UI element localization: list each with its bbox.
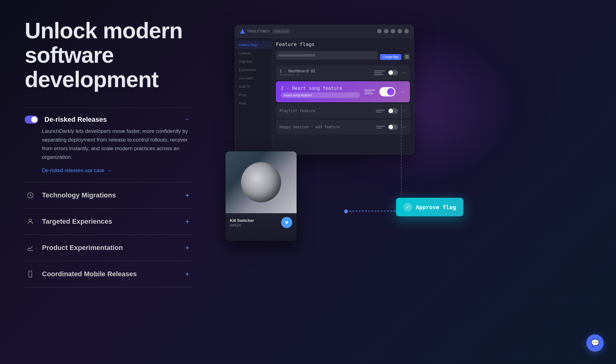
accordion-header-left-product: Product Experimentation bbox=[25, 242, 123, 253]
flag-dot-3a bbox=[376, 110, 385, 111]
svg-rect-5 bbox=[405, 55, 409, 56]
flag-dot-4b bbox=[376, 128, 382, 129]
flag-name-heart-song: 2 - Heart song feature bbox=[281, 86, 360, 91]
accordion-header-left-targeted: Targeted Experiences bbox=[25, 216, 112, 227]
accordion-item-de-risked: De-risked Releases − LaunchDarkly lets d… bbox=[25, 108, 192, 182]
panel-main: Feature flags Create flag bbox=[272, 38, 414, 153]
panel-icon-bell bbox=[377, 29, 382, 33]
flag-dots-3 bbox=[376, 110, 385, 112]
panel-env: saas-local bbox=[272, 29, 290, 34]
flag-dot-line-1c bbox=[374, 74, 383, 75]
sidebar-item-live[interactable]: Live watch bbox=[235, 74, 272, 83]
flag-toggle-playlist[interactable] bbox=[388, 108, 398, 114]
flag-more-1[interactable]: ··· bbox=[402, 70, 406, 75]
accordion-description: LaunchDarkly lets developers move faster… bbox=[42, 127, 192, 162]
flag-toggle-dashboard[interactable] bbox=[388, 70, 398, 75]
panel-logo-icon bbox=[240, 29, 245, 34]
de-risked-toggle-icon bbox=[25, 116, 38, 124]
accordion-toggle-targeted[interactable]: + bbox=[183, 217, 192, 226]
flag-toggle-happy[interactable] bbox=[388, 124, 398, 130]
flag-label-col-hs: 2 - Heart song feature heart-song-featur… bbox=[281, 86, 360, 98]
accordion-header-left-tech: Technology Migrations bbox=[25, 190, 116, 201]
accordion: De-risked Releases − LaunchDarkly lets d… bbox=[25, 108, 192, 287]
panel-logo: TOGGLETUNES bbox=[240, 29, 269, 34]
panel-icon-grid bbox=[398, 29, 402, 33]
sidebar-item-analy[interactable]: Analy... bbox=[235, 99, 272, 108]
accordion-title-tech-migrations: Technology Migrations bbox=[42, 191, 116, 199]
left-panel: Unlock modern software development De-ri… bbox=[0, 0, 216, 364]
sidebar-item-contexts[interactable]: Contexts bbox=[235, 49, 272, 57]
page-container: Unlock modern software development De-ri… bbox=[0, 0, 616, 364]
chat-icon: 💬 bbox=[591, 339, 599, 347]
flag-more-3[interactable]: ··· bbox=[402, 108, 406, 114]
user-icon bbox=[25, 216, 36, 227]
flag-label-col: 1 - Dashboard UI dashboard-ui bbox=[280, 69, 371, 76]
filter-icon[interactable] bbox=[404, 54, 410, 60]
sidebar-item-segments[interactable]: Segments bbox=[235, 57, 272, 66]
panel-search-bar[interactable] bbox=[276, 51, 378, 60]
approve-flag-label: Approve flag bbox=[416, 204, 456, 210]
accordion-header-product-exp[interactable]: Product Experimentation + bbox=[25, 235, 192, 261]
flag-dot-line-1b bbox=[374, 72, 382, 73]
accordion-item-product-exp: Product Experimentation + bbox=[25, 235, 192, 261]
flag-row-happy[interactable]: Happy session - add feature ··· bbox=[276, 120, 410, 134]
accordion-toggle-product[interactable]: + bbox=[183, 243, 192, 252]
accordion-header-mobile[interactable]: Coordinated Mobile Releases + bbox=[25, 261, 192, 287]
svg-rect-7 bbox=[405, 58, 409, 58]
svg-point-1 bbox=[29, 219, 32, 222]
search-placeholder bbox=[278, 54, 315, 57]
accordion-item-targeted: Targeted Experiences + bbox=[25, 208, 192, 235]
accordion-title-product-exp: Product Experimentation bbox=[42, 244, 123, 252]
accordion-header-tech-migrations[interactable]: Technology Migrations + bbox=[25, 182, 192, 208]
panel-icon-help bbox=[391, 29, 395, 33]
hero-title: Unlock modern software development bbox=[25, 19, 192, 92]
chart-icon bbox=[25, 242, 36, 253]
music-card-text: Kill Switcher NASZA bbox=[230, 218, 254, 227]
flag-more-hs[interactable]: ··· bbox=[401, 89, 405, 95]
music-card-image bbox=[226, 151, 297, 213]
flag-row-playlist[interactable]: Playlist feature ··· bbox=[276, 104, 410, 118]
accordion-content-de-risked: LaunchDarkly lets developers move faster… bbox=[25, 127, 192, 182]
accordion-link-de-risked[interactable]: De-risked releases use case → bbox=[42, 168, 112, 173]
sidebar-item-progr[interactable]: Progr... bbox=[235, 91, 272, 99]
flag-dot-line-1a bbox=[374, 70, 385, 71]
accordion-toggle-mobile[interactable]: + bbox=[183, 270, 192, 278]
flag-row-heart-song[interactable]: 2 - Heart song feature heart-song-featur… bbox=[276, 81, 410, 102]
flag-row-dashboard[interactable]: 1 - Dashboard UI dashboard-ui ··· bbox=[276, 65, 410, 80]
sidebar-item-feature-flags[interactable]: Feature Flags bbox=[235, 41, 272, 49]
panel-body: Feature Flags Contexts Segments Experime… bbox=[235, 38, 414, 153]
accordion-item-tech-migrations: Technology Migrations + bbox=[25, 182, 192, 208]
panel-app-name: TOGGLETUNES bbox=[247, 29, 269, 33]
accordion-header-left: De-risked Releases bbox=[25, 116, 107, 124]
accordion-toggle-tech[interactable]: + bbox=[183, 191, 192, 200]
heart-button[interactable]: ♥ bbox=[281, 217, 292, 228]
svg-rect-3 bbox=[29, 271, 32, 277]
approve-flag-button[interactable]: ✓ Approve flag bbox=[396, 198, 463, 216]
flag-dot-hs-b bbox=[364, 91, 372, 92]
mobile-icon bbox=[25, 269, 36, 280]
flag-dots-1 bbox=[374, 70, 385, 75]
flag-toggle-heart-song[interactable] bbox=[379, 87, 395, 96]
accordion-header-targeted[interactable]: Targeted Experiences + bbox=[25, 209, 192, 235]
ui-mockup: TOGGLETUNES saas-local F bbox=[235, 25, 445, 241]
chat-button[interactable]: 💬 bbox=[586, 334, 604, 352]
vertical-dashed-line bbox=[401, 105, 402, 211]
sidebar-item-experiments[interactable]: Experiments bbox=[235, 66, 272, 74]
accordion-toggle-de-risked[interactable]: − bbox=[183, 115, 192, 124]
feature-flags-panel: TOGGLETUNES saas-local F bbox=[235, 25, 414, 154]
flag-key-dashboard: dashboard-ui bbox=[280, 73, 371, 76]
sidebar-item-audit[interactable]: Audit UI bbox=[235, 83, 272, 91]
panel-title: Feature flags bbox=[276, 41, 410, 47]
flag-dots-hs bbox=[364, 90, 375, 94]
svg-rect-6 bbox=[405, 57, 409, 57]
right-panel: TOGGLETUNES saas-local F bbox=[216, 0, 616, 364]
accordion-title-mobile: Coordinated Mobile Releases bbox=[42, 270, 137, 278]
flag-more-4[interactable]: ··· bbox=[402, 124, 406, 130]
panel-sidebar: Feature Flags Contexts Segments Experime… bbox=[235, 38, 272, 153]
create-flag-button[interactable]: Create flag bbox=[380, 54, 401, 60]
music-card-title: Kill Switcher bbox=[230, 218, 254, 223]
approve-check-icon: ✓ bbox=[403, 203, 412, 211]
music-card-subtitle: NASZA bbox=[230, 223, 254, 227]
accordion-header-de-risked[interactable]: De-risked Releases − bbox=[25, 108, 192, 127]
flag-dot-hs-a bbox=[364, 90, 375, 91]
